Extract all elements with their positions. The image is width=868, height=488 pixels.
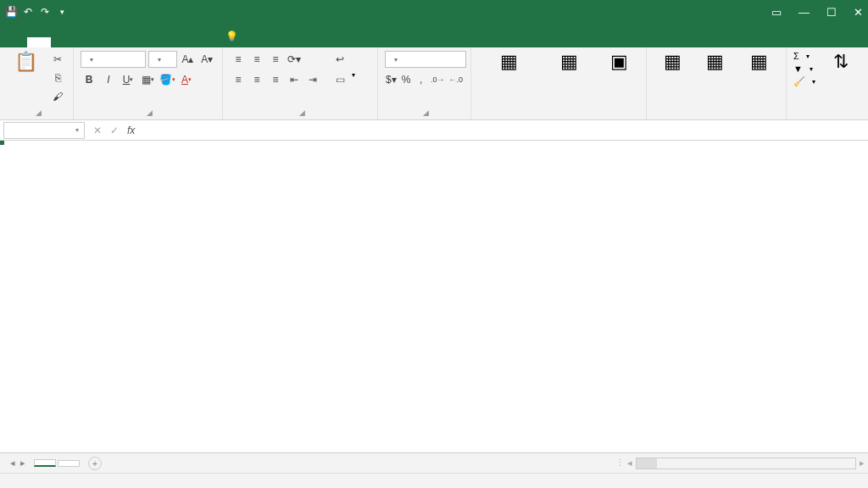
group-clipboard: 📋 ✂ ⎘ 🖌 ◢ bbox=[0, 47, 74, 119]
spreadsheet-grid[interactable] bbox=[0, 141, 868, 452]
fill-color-button[interactable]: 🪣▾ bbox=[159, 71, 175, 88]
paste-button[interactable]: 📋 bbox=[7, 51, 44, 75]
formula-bar: ▾ ✕ ✓ fx bbox=[0, 120, 868, 141]
ribbon-options-icon[interactable]: ▭ bbox=[771, 6, 782, 19]
font-size-combo[interactable]: ▾ bbox=[148, 51, 177, 68]
number-launcher[interactable]: ◢ bbox=[423, 108, 429, 117]
status-bar bbox=[0, 473, 868, 488]
format-cells-button[interactable]: ▦ bbox=[738, 51, 779, 74]
conditional-fmt-icon: ▦ bbox=[500, 53, 518, 71]
insert-cells-icon: ▦ bbox=[664, 53, 682, 71]
delete-cells-icon: ▦ bbox=[706, 53, 724, 71]
underline-button[interactable]: U▾ bbox=[120, 71, 136, 88]
sort-filter-icon: ⇅ bbox=[833, 53, 849, 71]
paste-icon: 📋 bbox=[14, 51, 37, 73]
add-sheet-button[interactable]: + bbox=[88, 457, 102, 470]
wrap-icon: ↩ bbox=[331, 51, 348, 68]
save-icon[interactable]: 💾 bbox=[5, 6, 17, 18]
align-left-button[interactable]: ≡ bbox=[230, 71, 247, 88]
undo-icon[interactable]: ↶ bbox=[22, 6, 34, 18]
align-right-button[interactable]: ≡ bbox=[267, 71, 284, 88]
sheet-tabs-bar: ◂ ▸ + ⋮ ◂ ▸ bbox=[0, 452, 868, 473]
sort-filter-button[interactable]: ⇅ bbox=[821, 51, 861, 74]
sheet-nav-first[interactable]: ◂ bbox=[10, 458, 15, 469]
number-format-combo[interactable]: ▾ bbox=[385, 51, 466, 68]
percent-button[interactable]: % bbox=[400, 71, 413, 88]
tab-data[interactable] bbox=[122, 37, 146, 47]
decrease-indent-button[interactable]: ⇤ bbox=[286, 71, 303, 88]
fx-icon[interactable]: fx bbox=[127, 125, 135, 136]
sheet-tab-active[interactable] bbox=[34, 459, 56, 467]
tab-home[interactable] bbox=[27, 37, 51, 47]
clear-icon: 🧹 bbox=[793, 76, 805, 87]
tab-insert[interactable] bbox=[51, 37, 75, 47]
sigma-icon: Σ bbox=[793, 51, 799, 61]
close-button[interactable]: ✕ bbox=[854, 6, 863, 19]
tab-wps-pdf[interactable] bbox=[193, 37, 217, 47]
align-middle-button[interactable]: ≡ bbox=[248, 51, 265, 68]
merge-center-button[interactable]: ▭▾ bbox=[331, 71, 355, 88]
format-cells-icon: ▦ bbox=[750, 53, 768, 71]
fill-icon: ▼ bbox=[793, 64, 803, 74]
tab-page-layout[interactable] bbox=[75, 37, 98, 47]
ribbon-tabs: 💡 bbox=[0, 24, 868, 47]
group-styles: ▦ ▦ ▣ bbox=[471, 47, 647, 119]
align-bottom-button[interactable]: ≡ bbox=[267, 51, 284, 68]
formula-input[interactable] bbox=[140, 122, 868, 139]
tell-me-search[interactable]: 💡 bbox=[217, 25, 252, 47]
enter-formula-icon[interactable]: ✓ bbox=[110, 125, 119, 136]
group-editing: Σ▾ ▼▾ 🧹▾ ⇅ bbox=[787, 47, 868, 119]
ribbon: 📋 ✂ ⎘ 🖌 ◢ ▾ ▾ A▴ A▾ B I U▾ ▦▾ bbox=[0, 47, 868, 120]
maximize-button[interactable]: ☐ bbox=[826, 6, 837, 19]
tab-file[interactable] bbox=[3, 37, 27, 47]
delete-cells-button[interactable]: ▦ bbox=[696, 51, 733, 74]
copy-button[interactable]: ⎘ bbox=[49, 69, 66, 86]
lightbulb-icon: 💡 bbox=[225, 30, 238, 42]
clipboard-launcher[interactable]: ◢ bbox=[36, 108, 42, 117]
qat-custom-icon[interactable]: ▾ bbox=[56, 8, 68, 16]
orientation-button[interactable]: ⟳▾ bbox=[286, 51, 303, 68]
tab-formulas[interactable] bbox=[98, 37, 122, 47]
group-cells: ▦ ▦ ▦ bbox=[647, 47, 787, 119]
align-center-button[interactable]: ≡ bbox=[248, 71, 265, 88]
increase-decimal-button[interactable]: .0→ bbox=[430, 71, 446, 88]
autosum-button[interactable]: Σ▾ bbox=[793, 51, 815, 61]
decrease-font-button[interactable]: A▾ bbox=[198, 51, 215, 68]
font-name-combo[interactable]: ▾ bbox=[81, 51, 146, 68]
group-number: ▾ $▾ % , .0→ ←.0 ◢ bbox=[378, 47, 471, 119]
comma-button[interactable]: , bbox=[415, 71, 427, 88]
sheet-nav-last[interactable]: ▸ bbox=[20, 458, 25, 469]
increase-font-button[interactable]: A▴ bbox=[180, 51, 197, 68]
redo-icon[interactable]: ↷ bbox=[39, 6, 51, 18]
group-font: ▾ ▾ A▴ A▾ B I U▾ ▦▾ 🪣▾ A▾ ◢ bbox=[74, 47, 223, 119]
name-box[interactable]: ▾ bbox=[3, 122, 85, 139]
conditional-formatting-button[interactable]: ▦ bbox=[478, 51, 539, 74]
borders-button[interactable]: ▦▾ bbox=[139, 71, 156, 88]
horizontal-scrollbar[interactable] bbox=[636, 458, 856, 469]
cell-styles-icon: ▣ bbox=[610, 53, 628, 71]
increase-indent-button[interactable]: ⇥ bbox=[304, 71, 321, 88]
clear-button[interactable]: 🧹▾ bbox=[793, 76, 815, 87]
minimize-button[interactable]: — bbox=[798, 6, 810, 19]
sheet-tab-1[interactable] bbox=[58, 460, 80, 467]
bold-button[interactable]: B bbox=[81, 71, 97, 88]
font-launcher[interactable]: ◢ bbox=[147, 108, 153, 117]
fill-button[interactable]: ▼▾ bbox=[793, 64, 815, 74]
wrap-text-button[interactable]: ↩ bbox=[331, 51, 355, 68]
font-color-button[interactable]: A▾ bbox=[178, 71, 195, 88]
format-as-table-button[interactable]: ▦ bbox=[544, 51, 593, 74]
cell-styles-button[interactable]: ▣ bbox=[598, 51, 639, 74]
format-painter-button[interactable]: 🖌 bbox=[49, 88, 66, 105]
italic-button[interactable]: I bbox=[100, 71, 117, 88]
tab-view[interactable] bbox=[170, 37, 193, 47]
alignment-launcher[interactable]: ◢ bbox=[299, 108, 305, 117]
align-top-button[interactable]: ≡ bbox=[230, 51, 247, 68]
active-cell-indicator bbox=[0, 141, 3, 144]
group-alignment: ≡ ≡ ≡ ⟳▾ ≡ ≡ ≡ ⇤ ⇥ ↩ ▭▾ ◢ bbox=[223, 47, 378, 119]
cancel-formula-icon[interactable]: ✕ bbox=[93, 125, 102, 136]
tab-review[interactable] bbox=[146, 37, 170, 47]
insert-cells-button[interactable]: ▦ bbox=[654, 51, 691, 74]
currency-button[interactable]: $▾ bbox=[385, 71, 398, 88]
cut-button[interactable]: ✂ bbox=[49, 51, 66, 68]
decrease-decimal-button[interactable]: ←.0 bbox=[448, 71, 464, 88]
